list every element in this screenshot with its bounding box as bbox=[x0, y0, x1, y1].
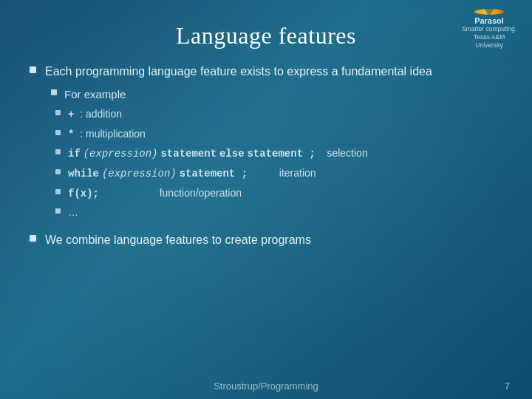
logo-circle bbox=[474, 9, 504, 15]
bullet-l3-marker-2 bbox=[55, 130, 61, 135]
sub-list: For example + : addition * : multipli bbox=[51, 86, 432, 221]
logo-tagline1: Smarter computing. bbox=[462, 25, 516, 33]
bullet-l3-marker-3 bbox=[55, 149, 61, 154]
logo-name: Parasol bbox=[474, 16, 504, 25]
bullet-2-marker bbox=[30, 235, 36, 242]
bullet-multiplication-text: * : multiplication bbox=[68, 126, 146, 143]
bullet-addition-text: + : addition bbox=[68, 106, 122, 123]
bullet-1-text: Each programming language feature exists… bbox=[45, 63, 432, 224]
bullet-ellipsis-text: … bbox=[68, 205, 78, 221]
footer-label: Stroustrup/Programming bbox=[214, 381, 318, 392]
bullet-l3-marker-6 bbox=[55, 208, 61, 214]
bullet-function: f(x); function/operation bbox=[55, 185, 432, 202]
logo-tagline2: Texas A&M University bbox=[460, 33, 519, 50]
bullet-ellipsis: … bbox=[55, 205, 432, 221]
bullet-l3-marker-1 bbox=[55, 110, 61, 115]
bullet-2-text: We combine language features to create p… bbox=[45, 231, 311, 250]
page-number: 7 bbox=[505, 381, 510, 392]
bullet-2: We combine language features to create p… bbox=[30, 231, 502, 250]
bullet-selection: if (expression) statement else statement… bbox=[55, 146, 432, 163]
bullet-1-marker bbox=[30, 66, 36, 73]
bullet-multiplication: * : multiplication bbox=[55, 126, 432, 143]
bullet-iteration: while (expression) statement ; iteration bbox=[55, 166, 432, 183]
footer: Stroustrup/Programming bbox=[0, 381, 532, 392]
bullet-l3-marker-5 bbox=[55, 189, 61, 194]
bullet-1: Each programming language feature exists… bbox=[30, 63, 502, 224]
bullet-l3-marker-4 bbox=[55, 169, 61, 174]
bullet-for-example-text: For example bbox=[64, 86, 126, 103]
bullet-addition: + : addition bbox=[55, 106, 432, 123]
bullet-selection-text: if (expression) statement else statement… bbox=[68, 146, 368, 163]
slide: Parasol Smarter computing. Texas A&M Uni… bbox=[0, 0, 532, 399]
logo: Parasol Smarter computing. Texas A&M Uni… bbox=[460, 9, 519, 50]
bullet-function-text: f(x); function/operation bbox=[68, 185, 242, 202]
bullet-for-example: For example bbox=[51, 86, 432, 103]
slide-content: Each programming language feature exists… bbox=[30, 63, 502, 362]
bullet-iteration-text: while (expression) statement ; iteration bbox=[68, 166, 316, 183]
bullet-l2-marker-0 bbox=[51, 89, 57, 95]
slide-title: Language features bbox=[30, 22, 502, 50]
